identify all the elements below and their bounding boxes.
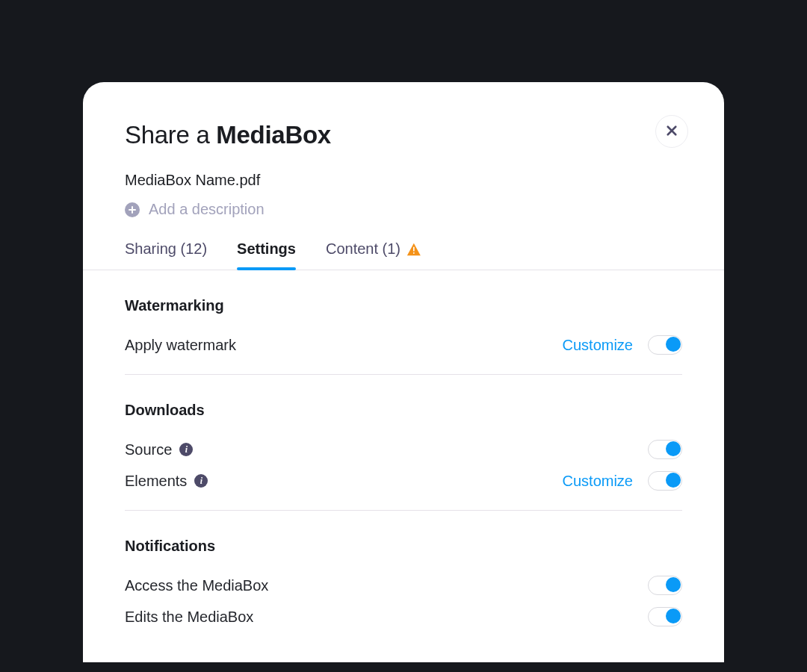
info-icon[interactable]: i bbox=[179, 443, 193, 456]
label-source: Source bbox=[125, 441, 172, 458]
toggle-access-mediabox[interactable] bbox=[648, 576, 682, 595]
title-bold: MediaBox bbox=[216, 121, 330, 149]
add-description-button[interactable]: Add a description bbox=[125, 201, 682, 218]
section-title-downloads: Downloads bbox=[125, 402, 682, 419]
label-apply-watermark: Apply watermark bbox=[125, 337, 236, 354]
customize-watermark-link[interactable]: Customize bbox=[563, 337, 633, 354]
label-access-mediabox: Access the MediaBox bbox=[125, 577, 268, 594]
tab-settings[interactable]: Settings bbox=[237, 237, 296, 270]
close-button[interactable] bbox=[655, 115, 688, 148]
file-name: MediaBox Name.pdf bbox=[125, 172, 682, 189]
row-elements: Elements i Customize bbox=[125, 465, 682, 497]
row-access-mediabox: Access the MediaBox bbox=[125, 570, 682, 601]
svg-rect-5 bbox=[413, 252, 415, 254]
label-edits-mediabox: Edits the MediaBox bbox=[125, 609, 253, 626]
label-elements: Elements bbox=[125, 473, 187, 490]
section-downloads: Downloads Source i Elements i Customize bbox=[125, 375, 682, 511]
add-description-label: Add a description bbox=[149, 201, 265, 218]
svg-rect-4 bbox=[413, 246, 415, 251]
tab-sharing[interactable]: Sharing (12) bbox=[125, 237, 207, 270]
tab-content-label: Content (1) bbox=[326, 240, 401, 258]
row-source: Source i bbox=[125, 434, 682, 465]
section-title-watermarking: Watermarking bbox=[125, 297, 682, 314]
toggle-source[interactable] bbox=[648, 440, 682, 459]
section-title-notifications: Notifications bbox=[125, 538, 682, 555]
toggle-apply-watermark[interactable] bbox=[648, 335, 682, 355]
close-icon bbox=[665, 124, 678, 140]
section-watermarking: Watermarking Apply watermark Customize bbox=[125, 270, 682, 375]
customize-elements-link[interactable]: Customize bbox=[563, 473, 633, 490]
title-prefix: Share a bbox=[125, 121, 216, 149]
toggle-edits-mediabox[interactable] bbox=[648, 607, 682, 626]
section-notifications: Notifications Access the MediaBox Edits … bbox=[125, 511, 682, 632]
row-apply-watermark: Apply watermark Customize bbox=[125, 329, 682, 361]
modal-title: Share a MediaBox bbox=[125, 121, 682, 149]
share-mediabox-modal: Share a MediaBox MediaBox Name.pdf Add a… bbox=[83, 82, 724, 662]
plus-circle-icon bbox=[125, 202, 140, 217]
tabs: Sharing (12) Settings Content (1) bbox=[83, 237, 724, 270]
row-edits-mediabox: Edits the MediaBox bbox=[125, 601, 682, 632]
tab-content[interactable]: Content (1) bbox=[326, 237, 421, 270]
info-icon[interactable]: i bbox=[194, 474, 208, 488]
toggle-elements[interactable] bbox=[648, 471, 682, 491]
warning-icon bbox=[406, 243, 421, 256]
